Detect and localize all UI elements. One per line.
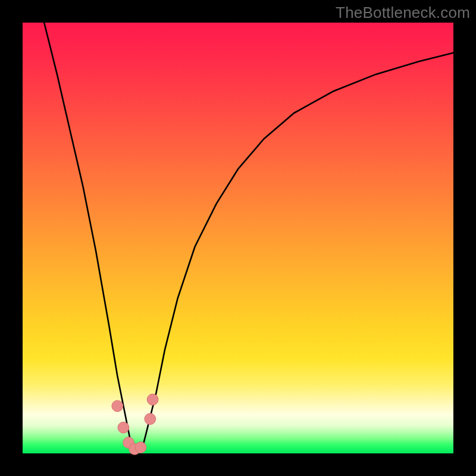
plot-area — [23, 23, 453, 453]
highlight-dot — [112, 400, 123, 412]
watermark-text: TheBottleneck.com — [336, 4, 470, 22]
bottleneck-curve — [44, 23, 453, 451]
highlight-dot — [135, 442, 146, 453]
highlight-dot — [145, 414, 156, 425]
highlight-dot — [118, 422, 129, 433]
chart-frame: TheBottleneck.com — [0, 0, 476, 476]
highlight-dot — [147, 394, 158, 405]
highlight-dots — [112, 394, 158, 455]
bottleneck-curve-svg — [23, 23, 453, 453]
